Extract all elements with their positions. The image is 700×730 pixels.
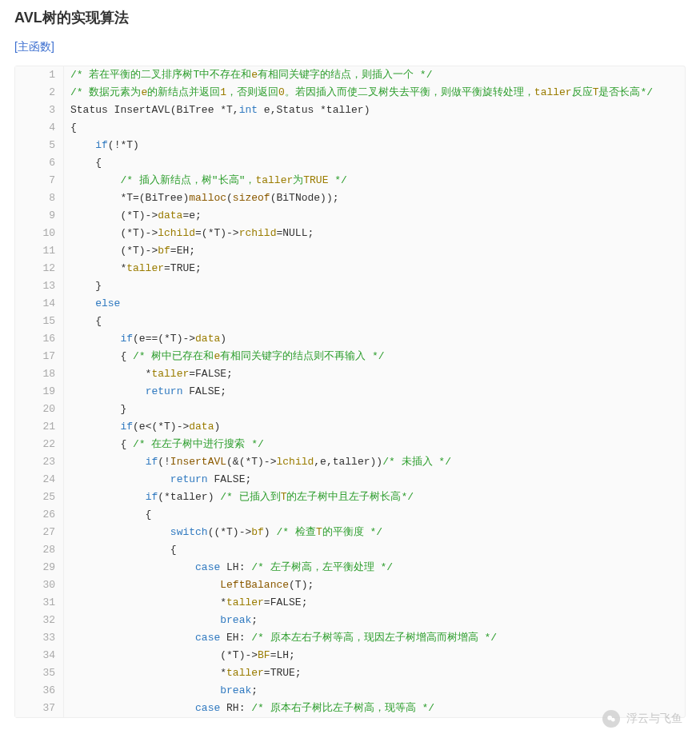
code-line: 3Status InsertAVL(BiTree *T,int e,Status… xyxy=(15,102,685,119)
code-content: /* 数据元素为e的新结点并返回1，否则返回0。若因插入而使二叉树失去平衡，则做… xyxy=(64,84,686,102)
code-line: 4{ xyxy=(15,119,685,137)
code-content: { /* 在左子树中进行搜索 */ xyxy=(64,436,686,453)
code-line: 25 if(*taller) /* 已插入到T的左子树中且左子树长高*/ xyxy=(15,489,685,506)
code-line: 13 } xyxy=(15,277,685,295)
code-line: 14 else xyxy=(15,295,685,313)
code-content: if(!*T) xyxy=(64,137,686,154)
line-number: 9 xyxy=(15,207,64,225)
line-number: 16 xyxy=(15,330,64,348)
line-number: 2 xyxy=(15,84,64,102)
line-number: 32 xyxy=(15,612,64,629)
code-content: break; xyxy=(64,682,686,700)
code-line: 18 *taller=FALSE; xyxy=(15,365,685,383)
code-content: *T=(BiTree)malloc(sizeof(BiTNode)); xyxy=(64,189,686,207)
code-line: 28 { xyxy=(15,541,685,559)
code-content: else xyxy=(64,295,686,313)
code-line: 29 case LH: /* 左子树高，左平衡处理 */ xyxy=(15,559,685,576)
page-title: AVL树的实现算法 xyxy=(14,8,686,27)
code-line: 34 (*T)->BF=LH; xyxy=(15,647,685,664)
code-content: { xyxy=(64,506,686,524)
code-content: (*T)->lchild=(*T)->rchild=NULL; xyxy=(64,225,686,242)
code-line: 24 return FALSE; xyxy=(15,471,685,489)
line-number: 29 xyxy=(15,559,64,576)
code-content: if(e<(*T)->data) xyxy=(64,418,686,436)
code-content: switch((*T)->bf) /* 检查T的平衡度 */ xyxy=(64,524,686,541)
line-number: 26 xyxy=(15,506,64,524)
line-number: 22 xyxy=(15,436,64,453)
watermark: 浮云与飞鱼 xyxy=(602,710,682,728)
code-line: 26 { xyxy=(15,506,685,524)
code-line: 33 case EH: /* 原本左右子树等高，现因左子树增高而树增高 */ xyxy=(15,629,685,647)
code-line: 8 *T=(BiTree)malloc(sizeof(BiTNode)); xyxy=(15,189,685,207)
code-line: 1/* 若在平衡的二叉排序树T中不存在和e有相同关键字的结点，则插入一个 */ xyxy=(15,66,685,84)
line-number: 27 xyxy=(15,524,64,541)
line-number: 37 xyxy=(15,700,64,717)
line-number: 33 xyxy=(15,629,64,647)
code-line: 30 LeftBalance(T); xyxy=(15,576,685,594)
code-content: { /* 树中已存在和e有相同关键字的结点则不再输入 */ xyxy=(64,348,686,365)
line-number: 6 xyxy=(15,154,64,172)
code-content: { xyxy=(64,313,686,330)
code-content: LeftBalance(T); xyxy=(64,576,686,594)
code-content: { xyxy=(64,154,686,172)
code-line: 17 { /* 树中已存在和e有相同关键字的结点则不再输入 */ xyxy=(15,348,685,365)
code-line: 32 break; xyxy=(15,612,685,629)
code-line: 11 (*T)->bf=EH; xyxy=(15,242,685,260)
code-content: if(!InsertAVL(&(*T)->lchild,e,taller))/*… xyxy=(64,453,686,471)
code-content: (*T)->BF=LH; xyxy=(64,647,686,664)
code-content: } xyxy=(64,401,686,418)
line-number: 28 xyxy=(15,541,64,559)
line-number: 15 xyxy=(15,313,64,330)
code-line: 20 } xyxy=(15,401,685,418)
line-number: 11 xyxy=(15,242,64,260)
code-content: if(e==(*T)->data) xyxy=(64,330,686,348)
code-content: if(*taller) /* 已插入到T的左子树中且左子树长高*/ xyxy=(64,489,686,506)
line-number: 31 xyxy=(15,594,64,612)
svg-point-1 xyxy=(611,718,615,722)
code-content: { xyxy=(64,119,686,137)
wechat-icon xyxy=(602,710,620,728)
line-number: 35 xyxy=(15,664,64,682)
code-line: 37 case RH: /* 原本右子树比左子树高，现等高 */ xyxy=(15,700,685,717)
code-line: 35 *taller=TRUE; xyxy=(15,664,685,682)
code-content: /* 若在平衡的二叉排序树T中不存在和e有相同关键字的结点，则插入一个 */ xyxy=(64,66,686,84)
line-number: 4 xyxy=(15,119,64,137)
code-line: 6 { xyxy=(15,154,685,172)
code-line: 22 { /* 在左子树中进行搜索 */ xyxy=(15,436,685,453)
watermark-text: 浮云与飞鱼 xyxy=(626,712,682,726)
code-content: case LH: /* 左子树高，左平衡处理 */ xyxy=(64,559,686,576)
code-line: 21 if(e<(*T)->data) xyxy=(15,418,685,436)
code-content: *taller=FALSE; xyxy=(64,365,686,383)
code-line: 7 /* 插入新结点，树"长高"，taller为TRUE */ xyxy=(15,172,685,189)
code-content: *taller=TRUE; xyxy=(64,260,686,277)
line-number: 19 xyxy=(15,383,64,401)
code-content: *taller=FALSE; xyxy=(64,594,686,612)
code-table: 1/* 若在平衡的二叉排序树T中不存在和e有相同关键字的结点，则插入一个 */2… xyxy=(15,66,685,717)
line-number: 13 xyxy=(15,277,64,295)
line-number: 8 xyxy=(15,189,64,207)
line-number: 3 xyxy=(15,102,64,119)
code-line: 5 if(!*T) xyxy=(15,137,685,154)
code-line: 15 { xyxy=(15,313,685,330)
code-block: 1/* 若在平衡的二叉排序树T中不存在和e有相同关键字的结点，则插入一个 */2… xyxy=(14,66,686,718)
code-line: 10 (*T)->lchild=(*T)->rchild=NULL; xyxy=(15,225,685,242)
line-number: 25 xyxy=(15,489,64,506)
code-line: 9 (*T)->data=e; xyxy=(15,207,685,225)
line-number: 17 xyxy=(15,348,64,365)
line-number: 5 xyxy=(15,137,64,154)
line-number: 12 xyxy=(15,260,64,277)
line-number: 30 xyxy=(15,576,64,594)
code-line: 2/* 数据元素为e的新结点并返回1，否则返回0。若因插入而使二叉树失去平衡，则… xyxy=(15,84,685,102)
code-line: 31 *taller=FALSE; xyxy=(15,594,685,612)
code-content: case EH: /* 原本左右子树等高，现因左子树增高而树增高 */ xyxy=(64,629,686,647)
line-number: 34 xyxy=(15,647,64,664)
code-content: (*T)->data=e; xyxy=(64,207,686,225)
code-content: { xyxy=(64,541,686,559)
code-line: 12 *taller=TRUE; xyxy=(15,260,685,277)
line-number: 24 xyxy=(15,471,64,489)
line-number: 20 xyxy=(15,401,64,418)
line-number: 21 xyxy=(15,418,64,436)
page: AVL树的实现算法 [主函数] 1/* 若在平衡的二叉排序树T中不存在和e有相同… xyxy=(0,0,700,730)
code-content: } xyxy=(64,277,686,295)
code-content: (*T)->bf=EH; xyxy=(64,242,686,260)
